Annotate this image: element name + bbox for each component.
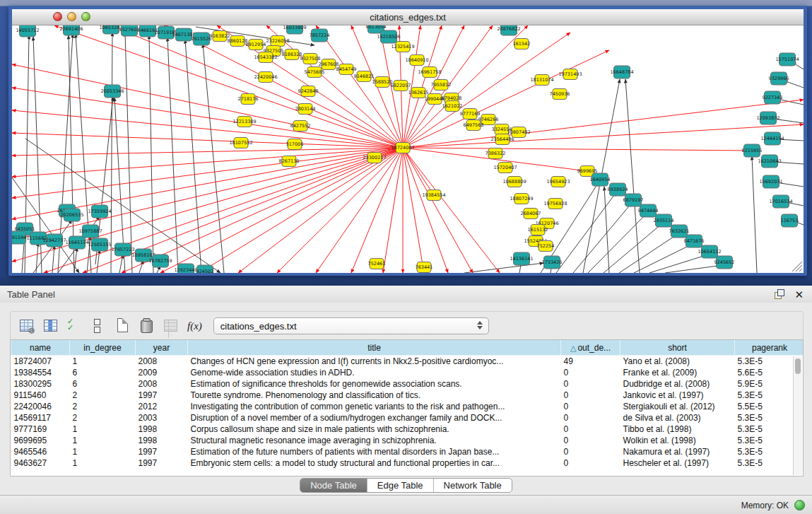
graph-node[interactable]: 1640954 <box>590 173 611 186</box>
network-canvas[interactable]: 1405571222691406106532871527602946616110… <box>12 25 804 273</box>
table-row[interactable]: 1938455462009Genome-wide association stu… <box>11 367 804 378</box>
graph-node[interactable]: 23300217 <box>363 153 386 163</box>
graph-node[interactable]: 2935114 <box>654 214 674 227</box>
graph-node[interactable]: 18640910 <box>405 55 428 66</box>
graph-node[interactable]: 20053346 <box>100 85 124 98</box>
graph-node[interactable]: 15751074 <box>775 53 799 66</box>
graph-node[interactable]: 924502 <box>196 265 214 273</box>
column-header-short[interactable]: short <box>620 340 735 356</box>
node-table[interactable]: namein_degreeyeartitle△out_de...shortpag… <box>10 339 804 477</box>
graph-node[interactable]: 763441 <box>416 262 433 273</box>
column-header-in_degree[interactable]: in_degree <box>70 340 136 356</box>
table-row[interactable]: 1830029562008Estimation of significance … <box>11 378 804 390</box>
graph-node[interactable]: 752461 <box>368 259 386 269</box>
graph-node[interactable]: 9327508 <box>300 54 321 64</box>
table-row[interactable]: 946362711997Embryonic stem cells: a mode… <box>11 457 804 469</box>
graph-node[interactable]: 1621022 <box>442 101 463 112</box>
graph-node[interactable]: 17359924 <box>88 205 111 218</box>
graph-node[interactable]: 15692071 <box>759 175 782 188</box>
table-scrollbar[interactable] <box>793 356 802 475</box>
create-column-icon[interactable] <box>115 318 131 334</box>
table-options-icon[interactable]: ⚙ <box>19 318 35 334</box>
graph-node[interactable]: 22691406 <box>59 25 83 35</box>
graph-node[interactable]: 14136141 <box>510 252 533 265</box>
graph-node[interactable]: 15720407 <box>493 163 517 173</box>
graph-node[interactable]: 8267130 <box>279 156 300 167</box>
graph-node[interactable]: 9242848 <box>298 86 319 97</box>
memory-status-icon[interactable] <box>794 500 805 510</box>
minimize-window-icon[interactable] <box>67 12 76 21</box>
graph-node[interactable]: 8215955 <box>742 144 763 157</box>
graph-node[interactable]: 752254 <box>537 241 555 252</box>
graph-node[interactable]: 317006 <box>286 139 304 150</box>
graph-node[interactable]: 9474444 <box>638 204 659 217</box>
graph-node[interactable]: 8186328 <box>282 49 302 60</box>
graph-node[interactable]: 2684067 <box>521 209 541 219</box>
column-header-pagerank[interactable]: pagerank <box>735 340 804 356</box>
graph-node[interactable]: 12942737 <box>42 234 66 247</box>
graph-node[interactable]: 2718176 <box>238 94 259 105</box>
tab-node-table[interactable]: Node Table <box>300 479 367 492</box>
graph-node[interactable]: 18807249 <box>510 194 533 204</box>
graph-node[interactable]: 16782759 <box>148 255 172 267</box>
graph-node[interactable]: 19731493 <box>558 69 582 80</box>
table-row[interactable]: 2242004622012Investigating the contribut… <box>11 401 804 412</box>
graph-node[interactable]: 1615132 <box>528 225 548 235</box>
graph-node[interactable]: 7857224 <box>310 29 330 42</box>
graph-node[interactable]: 20876822 <box>497 25 520 35</box>
graph-node[interactable]: 20206535 <box>60 209 83 221</box>
network-window-titlebar[interactable]: citations_edges.txt <box>12 9 804 25</box>
table-selector-dropdown[interactable]: citations_edges.txt <box>213 317 489 334</box>
graph-node[interactable]: 7955812 <box>431 80 452 90</box>
graph-node[interactable]: 8860128 <box>228 36 248 47</box>
network-view-window[interactable]: citations_edges.txt 14055712226914061065… <box>8 6 807 276</box>
graph-node[interactable]: 16210643 <box>758 155 781 168</box>
graph-node[interactable]: 8471676 <box>684 235 705 247</box>
select-all-columns-icon[interactable] <box>67 318 83 334</box>
column-header-year[interactable]: year <box>136 340 188 356</box>
graph-node[interactable]: 12213389 <box>233 117 256 127</box>
column-header-name[interactable]: name <box>11 340 70 356</box>
graph-node[interactable]: 18131074 <box>530 75 553 86</box>
graph-node[interactable]: 9245652 <box>714 256 735 269</box>
graph-node[interactable]: 1733426 <box>542 256 563 269</box>
graph-node[interactable]: 14055712 <box>16 25 39 37</box>
graph-node[interactable]: 9777169 <box>460 109 481 119</box>
table-row[interactable]: 977716911998Corpus callosum shape and si… <box>11 424 804 435</box>
delete-column-icon[interactable] <box>139 318 155 334</box>
graph-node[interactable]: 16961758 <box>418 67 441 78</box>
graph-node[interactable]: 7615526 <box>192 33 212 45</box>
graph-node[interactable]: 12093872 <box>756 112 779 124</box>
table-row[interactable]: 1456911722003Disruption of a novel membe… <box>11 412 804 424</box>
show-columns-icon[interactable] <box>43 318 59 334</box>
close-panel-icon[interactable]: ✕ <box>794 289 804 300</box>
graph-node[interactable]: 23226058 <box>266 36 289 47</box>
table-row[interactable]: 946554611997Estimation of the future num… <box>11 446 804 457</box>
graph-node[interactable]: 6879197 <box>623 194 644 206</box>
table-row[interactable]: 1872400712008Changes of HCN gene express… <box>11 356 804 368</box>
graph-node[interactable]: 18107552 <box>229 138 252 148</box>
graph-node[interactable]: 23564486 <box>490 134 514 145</box>
graph-node[interactable]: 6497568 <box>464 120 484 131</box>
table-row[interactable]: 911546021997Tourette syndrome. Phenomeno… <box>11 390 804 401</box>
float-panel-icon[interactable] <box>775 289 784 299</box>
graph-node[interactable]: 2803144 <box>295 104 316 115</box>
graph-node[interactable]: 19654923 <box>546 177 570 187</box>
graph-node[interactable]: 161542 <box>513 39 531 49</box>
graph-node[interactable]: 19218506 <box>377 30 400 43</box>
maximize-window-icon[interactable] <box>81 12 90 21</box>
graph-node[interactable]: 10688809 <box>502 177 526 187</box>
graph-node[interactable]: 12505155 <box>88 238 111 251</box>
graph-node[interactable]: 9146821 <box>354 71 375 82</box>
table-scrollbar-thumb[interactable] <box>795 358 801 374</box>
graph-node[interactable]: 9329966 <box>769 72 789 85</box>
graph-node[interactable]: 1527602 <box>119 25 140 36</box>
canvas-resize-grip-icon[interactable] <box>792 262 802 271</box>
graph-node[interactable]: 10975887 <box>78 225 102 238</box>
graph-node[interactable]: 7386322 <box>486 148 506 159</box>
graph-node[interactable]: 17016514 <box>769 195 792 208</box>
graph-node[interactable]: 1588520 <box>372 77 393 88</box>
graph-node[interactable]: 12444154 <box>760 132 784 145</box>
graph-node[interactable]: 391594 <box>12 231 26 244</box>
function-builder-icon[interactable]: f(x) <box>187 318 202 334</box>
